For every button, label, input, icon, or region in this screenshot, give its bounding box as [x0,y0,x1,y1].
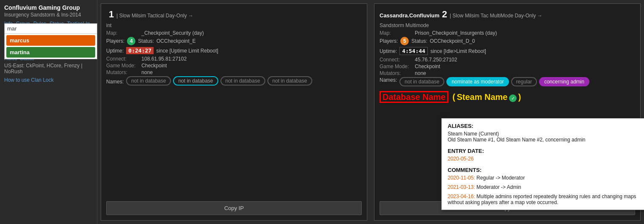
sidebar-group-subtitle: Insurgency Sandstorm & Ins-2014 [4,12,93,18]
server2-name-badge-0: not in database [399,77,444,86]
server1-mutators-label: Mutators: [106,69,140,75]
server1-mutators-row: Mutators: none [106,69,362,75]
server1-connect-label: Connect: [106,56,140,62]
how-to-clan-lock-link[interactable]: How to use Clan Lock [4,77,93,83]
aliases-comment3-date: 2023-04-16: [448,194,475,199]
server2-header: Cassandra.Confluvium 2 | Slow Milsim Tac… [380,9,635,20]
aliases-current-name: Steam Name (Current) [448,131,638,137]
server-card-1: 1 | Slow Milsim Tactical Day-Only → int … [101,3,367,221]
server2-players-label: Players: [380,38,398,44]
server2-uptime-value: 4:54:44 [399,47,428,55]
aliases-comment2-date: 2021-03-13: [448,184,475,190]
aliases-comment2-text: Moderator -> Admin [476,184,521,190]
server2-steam-name-text: Steam Name [457,92,507,102]
server2-gamemode-label: Game Mode: [380,64,413,69]
aliases-comment1-date: 2020-11-05: [448,175,475,181]
aliases-old-names: Old Steam Name #1, Old Steam Name #2, co… [448,137,638,143]
aliases-entry-date: 2020-05-26 [448,156,638,162]
server1-gamemode-value: Checkpoint [141,63,167,69]
server1-players-label: Players: [106,38,124,44]
server2-mutators-value: none [415,70,426,76]
server-card-2: Cassandra.Confluvium 2 | Slow Milsim Tac… [374,3,641,221]
server1-map-label: Map: [106,30,140,36]
server2-uptime-row: Uptime: 4:54:44 since [Idle>Limit Reboot… [380,47,635,55]
server2-names-row: Names: not in database nominate as moder… [380,77,635,88]
server1-mutators-value: none [141,69,153,75]
server2-player-count: 5 [400,37,409,45]
search-input[interactable] [5,24,97,34]
server1-gamemode-label: Game Mode: [106,63,140,69]
server1-uptime-suffix: since [Uptime Limit Reboot] [156,48,218,54]
sidebar-other-line2: US-East: CkPoint, HCore, Frenzy | NoRush [4,63,93,75]
server1-status-value: OCCheckpoint_E [157,38,196,44]
server1-players-row: Players: 4 Status: OCCheckpoint_E [106,37,362,45]
server2-mutators-label: Mutators: [380,70,413,76]
server1-gamemode-row: Game Mode: Checkpoint [106,63,362,69]
server2-names-list: not in database nominate as moderator re… [399,77,589,86]
sidebar-group-title: Confluvium Gaming Group [4,4,93,11]
server1-copy-btn[interactable]: Copy IP [106,201,362,215]
server2-connect-value: 45.76.7.250:27102 [415,57,457,63]
server1-desc: | Slow Milsim Tactical Day-Only → [116,13,193,19]
server2-map-value: Prison_Checkpoint_Insurgents (day) [415,30,497,36]
server1-header: 1 | Slow Milsim Tactical Day-Only → [106,9,362,20]
server2-desc: | Slow Milsim Tac MultiMode Day-Only → [450,13,542,19]
server2-map-label: Map: [380,30,413,36]
server1-num: 1 [109,9,114,20]
aliases-comments-title: COMMENTS: [448,167,638,173]
server1-map-row: Map: _Checkpoint_Security (day) [106,30,362,36]
aliases-title: ALIASES: [448,123,638,129]
aliases-comment3: 2023-04-16: Multiple admins reported rep… [448,194,638,205]
server2-db-name-text: Database Name [380,91,449,103]
server2-gamemode-row: Game Mode: Checkpoint [380,64,635,69]
server2-steam-name-open: ( [450,92,455,102]
server2-uptime-label: Uptime: [380,48,397,54]
server2-connect-row: Connect: 45.76.7.250:27102 [380,57,635,63]
server2-steam-name-close: ) [518,92,521,102]
server2-desc2: Sandstorm Multimode [380,22,635,28]
server2-name-badge-2: regular [511,77,537,86]
server1-uptime-label: Uptime: [106,48,124,54]
server2-num: 2 [442,9,447,20]
server1-desc2: int [106,22,362,28]
server2-db-name-line: Database Name ( Steam Name ✓ ) [380,92,635,102]
server1-uptime-row: Uptime: 0:24:27 since [Uptime Limit Rebo… [106,47,362,54]
server2-verified-icon: ✓ [509,94,517,102]
server2-name-badge-1: nominate as moderator [446,77,509,86]
dropdown-item-martina[interactable]: martina [6,47,95,58]
server2-uptime-suffix: since [Idle>Limit Reboot] [430,48,486,54]
server1-names-list: not in database not in database not in d… [126,76,312,86]
server2-name: Cassandra.Confluvium [380,12,440,19]
server1-name-badge-2: not in database [220,76,265,86]
server1-name-badge-1: not in database [173,76,218,86]
aliases-entry-date-title: ENTRY DATE: [448,148,638,154]
server2-gamemode-value: Checkpoint [415,64,440,69]
server1-name-badge-0: not in database [126,76,171,86]
server1-uptime-value: 0:24:27 [126,47,154,54]
server2-names-label: Names: [380,77,397,83]
aliases-comment1-text: Regular -> Moderator [476,175,525,181]
server2-status-value: OCCheckpoint_D_0 [430,38,475,44]
server2-connect-label: Connect: [380,57,413,63]
server1-name-badge-3: not in database [267,76,312,86]
server2-map-row: Map: Prison_Checkpoint_Insurgents (day) [380,30,635,36]
search-dropdown: marcus martina [4,23,97,59]
server1-map-value: _Checkpoint_Security (day) [141,30,204,36]
server1-player-count: 4 [127,37,135,45]
main-content: 1 | Slow Milsim Tactical Day-Only → int … [97,0,644,224]
server2-status-label: Status: [411,38,427,44]
aliases-popup: ALIASES: Steam Name (Current) Old Steam … [441,118,644,210]
sidebar: marcus martina Confluvium Gaming Group I… [0,0,97,224]
dropdown-item-marcus[interactable]: marcus [6,35,95,46]
server1-status-label: Status: [138,38,154,44]
aliases-comment3-text: Multiple admins reported repeatedly brea… [448,194,636,205]
server1-names-row: Names: not in database not in database n… [106,76,362,87]
server1-connect-value: 108.61.95.81:27102 [141,56,187,62]
server2-name-badge-3: concerning admin [539,77,589,86]
server2-mutators-row: Mutators: none [380,70,635,76]
aliases-comment2: 2021-03-13: Moderator -> Admin [448,184,638,190]
aliases-comment1: 2020-11-05: Regular -> Moderator [448,175,638,181]
server2-players-row: Players: 5 Status: OCCheckpoint_D_0 [380,37,635,45]
server1-connect-row: Connect: 108.61.95.81:27102 [106,56,362,62]
server1-names-label: Names: [106,79,124,85]
